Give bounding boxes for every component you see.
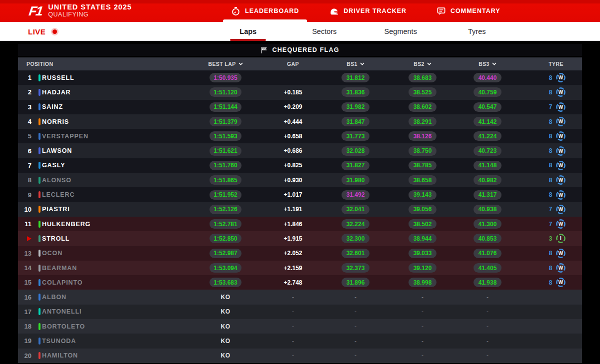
table-row[interactable]: 2 HADJAR1:51.120+0.18531.83638.52540.759… (18, 85, 582, 99)
gap-value: +0.444 (284, 118, 302, 125)
tyre-wet-icon: W (556, 277, 566, 288)
event-title-block: UNITED STATES 2025 QUALIFYING (48, 3, 132, 18)
team-color-bar (38, 162, 40, 169)
tab-segments[interactable]: Segments (362, 22, 439, 41)
column-header-best-lap[interactable]: BEST LAP (188, 61, 263, 67)
team-color-bar (38, 206, 40, 213)
brand: F1 UNITED STATES 2025 QUALIFYING (0, 3, 132, 18)
bs1-cell: 31.836 (323, 87, 388, 97)
table-row[interactable]: 6 LAWSON1:51.621+0.68632.02838.75040.723… (18, 143, 582, 158)
time-pill: 38.658 (408, 175, 436, 185)
position-number: 11 (24, 220, 32, 228)
best-lap-cell: 1:51.120 (188, 87, 263, 97)
table-row[interactable]: 17 ANTONELLIKO---- (18, 305, 582, 319)
gap-value: +0.825 (284, 162, 302, 169)
bs3-cell: - (457, 352, 518, 359)
table-row[interactable]: 9 LECLERC1:51.952+1.01731.49239.14341.31… (18, 187, 582, 202)
tab-laps[interactable]: Laps (210, 22, 286, 41)
position-cell: 8 (18, 176, 35, 184)
tyre-wet-icon: W (556, 102, 566, 112)
table-row[interactable]: 14 BEARMAN1:53.094+2.15932.37339.12041.4… (18, 261, 582, 275)
bs1-cell: 32.300 (323, 234, 388, 243)
table-row[interactable]: 11 HULKENBERG1:52.781+1.84632.22438.5024… (18, 217, 582, 231)
team-color-cell (35, 221, 42, 228)
position-number: 6 (28, 147, 32, 155)
tyre-cell: 8 W (518, 72, 582, 83)
svg-text:I: I (560, 236, 562, 242)
table-row[interactable]: 8 ALONSO1:51.865+0.93031.98038.65840.982… (18, 173, 582, 187)
team-color-bar (38, 308, 40, 315)
bs2-cell: 38.126 (388, 131, 457, 141)
table-row[interactable]: 20 HAMILTONKO---- (18, 349, 582, 363)
column-header-bs3[interactable]: BS3 (457, 61, 518, 67)
time-pill: 1:52.850 (210, 234, 241, 243)
tyre-cell: 8 W (518, 248, 582, 259)
table-row[interactable]: 15 COLAPINTO1:53.683+2.74831.89638.99841… (18, 275, 582, 290)
bs2-cell: - (388, 352, 457, 359)
gap-value: +0.930 (284, 177, 302, 184)
bs1-cell: 31.847 (323, 117, 388, 126)
column-header-bs2[interactable]: BS2 (388, 61, 457, 67)
time-pill: 1:51.865 (210, 175, 241, 185)
empty-value: - (354, 294, 356, 301)
tyre-count: 8 (549, 279, 552, 286)
tyre-cell: 8 W (518, 277, 582, 288)
team-color-cell (35, 323, 42, 330)
best-lap-cell: KO (188, 308, 263, 315)
table-row[interactable]: 3 SAINZ1:51.144+0.20931.98238.60240.5477… (18, 100, 582, 114)
table-row[interactable]: 13 OCON1:52.987+2.05232.60139.03341.0768… (18, 246, 582, 261)
best-lap-cell: 1:51.952 (188, 190, 263, 200)
time-pill: 40.547 (474, 102, 502, 112)
team-color-cell (35, 103, 42, 110)
table-row[interactable]: 5 VERSTAPPEN1:51.593+0.65831.77338.12641… (18, 129, 582, 143)
bs2-cell: 38.658 (388, 175, 457, 185)
time-pill: 38.683 (408, 73, 436, 82)
speech-bubble-icon (436, 6, 446, 16)
table-row[interactable]: 4 NORRIS1:51.379+0.44431.84738.29141.142… (18, 114, 582, 129)
position-number: 20 (24, 352, 32, 360)
tyre-cell: 7 W (518, 102, 582, 112)
bs3-cell: 41.224 (457, 131, 518, 141)
bs2-cell: 39.143 (388, 190, 457, 200)
tyre-wet-icon: W (556, 263, 566, 273)
table-row[interactable]: 19 TSUNODAKO---- (18, 334, 582, 348)
driver-name: STROLL (42, 235, 188, 242)
gap-value: +2.748 (284, 279, 302, 286)
nav-leaderboard[interactable]: LEADERBOARD (231, 0, 299, 22)
table-row[interactable]: 18 BORTOLETOKO---- (18, 319, 582, 334)
time-pill: 41.148 (474, 161, 502, 170)
time-pill: 41.142 (474, 117, 502, 126)
time-pill: 38.525 (408, 87, 436, 97)
gap-cell: +1.915 (263, 235, 323, 242)
position-number: 4 (28, 118, 32, 125)
position-number: 13 (24, 250, 32, 257)
team-color-bar (38, 338, 40, 345)
empty-value: - (422, 294, 424, 301)
team-color-cell (35, 206, 42, 213)
position-cell: 2 (18, 88, 35, 96)
table-row[interactable]: 1 RUSSELL1:50.93531.81238.68340.4408 W (18, 70, 582, 85)
time-pill: 1:51.120 (210, 87, 241, 97)
table-row[interactable]: 16 ALBONKO---- (18, 290, 582, 304)
empty-value: - (422, 323, 424, 330)
column-header-bs1[interactable]: BS1 (323, 61, 388, 67)
tab-sectors[interactable]: Sectors (286, 22, 363, 41)
table-row[interactable]: STROLL1:52.850+1.91532.30038.94440.8533 … (18, 231, 582, 246)
table-row[interactable]: 10 PIASTRI1:52.126+1.19132.04139.05640.9… (18, 202, 582, 217)
bs3-cell: 40.547 (457, 102, 518, 112)
time-pill: 41.938 (474, 278, 502, 287)
gap-value: +1.017 (284, 191, 302, 198)
gap-cell: +0.686 (263, 147, 323, 154)
team-color-bar (38, 191, 40, 198)
time-pill: 38.502 (408, 219, 436, 229)
driver-name: COLAPINTO (42, 279, 188, 286)
table-row[interactable]: 7 GASLY1:51.760+0.82531.82738.78541.1488… (18, 158, 582, 173)
time-pill: 38.785 (408, 161, 436, 170)
tyre-wet-icon: W (556, 72, 566, 83)
nav-driver-tracker[interactable]: DRIVER TRACKER (329, 0, 406, 22)
tab-tyres[interactable]: Tyres (439, 22, 516, 41)
position-number: 10 (24, 206, 32, 213)
tyre-cell: 8 W (518, 131, 582, 141)
bs1-cell: - (323, 352, 388, 359)
nav-commentary[interactable]: COMMENTARY (436, 0, 500, 22)
